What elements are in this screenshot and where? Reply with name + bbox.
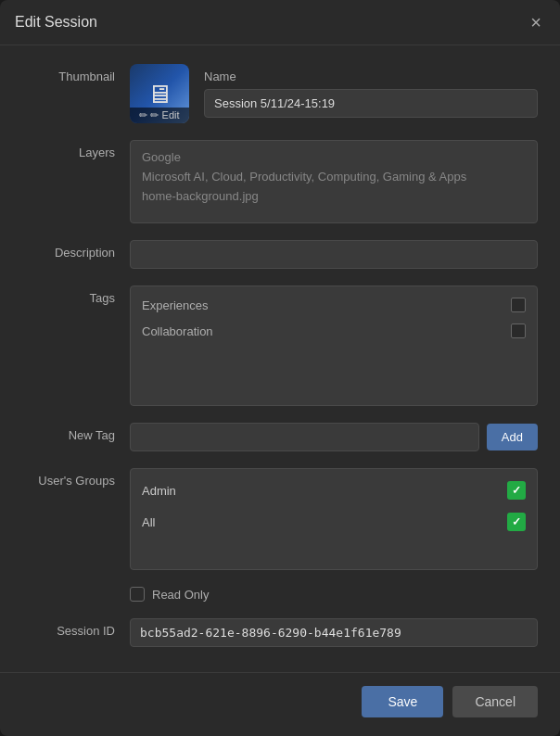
layer-item-0: Google: [142, 150, 526, 164]
layer-item-1: Microsoft AI, Cloud, Productivity, Compu…: [142, 170, 526, 184]
name-input-column: Name: [204, 70, 538, 118]
dialog-footer: Save Cancel: [0, 672, 560, 736]
tags-box: Experiences Collaboration: [130, 286, 538, 406]
thumbnail-icon: 🖥: [146, 79, 172, 109]
layers-label: Layers: [22, 140, 115, 159]
description-input[interactable]: [130, 240, 538, 269]
thumbnail-image: 🖥 ✏ ✏ Edit: [130, 64, 189, 123]
cancel-button[interactable]: Cancel: [452, 686, 538, 717]
tags-row: Tags Experiences Collaboration: [22, 286, 538, 406]
session-id-content: [130, 618, 538, 647]
thumbnail-name-content: 🖥 ✏ ✏ Edit Name: [130, 64, 538, 123]
dialog-header: Edit Session ×: [0, 0, 560, 45]
group-label-0: Admin: [142, 484, 176, 498]
session-id-row: Session ID: [22, 618, 538, 647]
thumbnail-edit-bar[interactable]: ✏ ✏ Edit: [130, 108, 189, 123]
tag-checkbox-0[interactable]: [511, 298, 526, 312]
tag-checkbox-1[interactable]: [511, 324, 526, 338]
close-button[interactable]: ×: [527, 11, 545, 33]
group-label-1: All: [142, 515, 155, 529]
group-item-0: Admin: [140, 476, 528, 504]
tag-item-1: Collaboration: [140, 320, 528, 342]
layers-row: Layers Google Microsoft AI, Cloud, Produ…: [22, 140, 538, 223]
tags-label: Tags: [22, 286, 115, 305]
edit-icon: ✏: [139, 109, 147, 121]
tags-content: Experiences Collaboration: [130, 286, 538, 406]
dialog-title: Edit Session: [15, 14, 97, 31]
description-label: Description: [22, 240, 115, 260]
group-checkbox-0[interactable]: [507, 481, 526, 500]
name-input[interactable]: [204, 89, 538, 118]
dialog-body: Thumbnail 🖥 ✏ ✏ Edit Name Layers: [0, 45, 560, 672]
group-item-1: All: [140, 508, 528, 536]
groups-content: Admin All: [130, 468, 538, 570]
layer-item-2: home-background.jpg: [142, 189, 526, 203]
session-id-input[interactable]: [130, 618, 538, 647]
edit-label: ✏ Edit: [150, 109, 179, 121]
groups-row: User's Groups Admin All: [22, 468, 538, 570]
readonly-checkbox[interactable]: [130, 587, 145, 602]
thumbnail-label: Thumbnail: [22, 64, 115, 83]
edit-session-dialog: Edit Session × Thumbnail 🖥 ✏ ✏ Edit Name: [0, 0, 560, 736]
layers-content: Google Microsoft AI, Cloud, Productivity…: [130, 140, 538, 223]
tag-item-0: Experiences: [140, 294, 528, 316]
name-field-label: Name: [204, 70, 538, 83]
new-tag-label: New Tag: [22, 423, 115, 442]
new-tag-content: Add: [130, 423, 538, 451]
tag-label-1: Collaboration: [142, 324, 213, 338]
groups-label: User's Groups: [22, 468, 115, 488]
description-row: Description: [22, 240, 538, 269]
session-id-label: Session ID: [22, 618, 115, 638]
add-tag-button[interactable]: Add: [487, 424, 538, 450]
thumbnail-name-row: Thumbnail 🖥 ✏ ✏ Edit Name: [22, 64, 538, 123]
groups-box: Admin All: [130, 468, 538, 570]
new-tag-input[interactable]: [130, 423, 479, 451]
tag-label-0: Experiences: [142, 298, 209, 312]
readonly-row: Read Only: [22, 587, 538, 602]
description-content: [130, 240, 538, 269]
layers-box: Google Microsoft AI, Cloud, Productivity…: [130, 140, 538, 223]
save-button[interactable]: Save: [362, 686, 443, 717]
group-checkbox-1[interactable]: [507, 513, 526, 531]
readonly-label: Read Only: [152, 588, 209, 602]
new-tag-row: New Tag Add: [22, 423, 538, 451]
new-tag-input-row: Add: [130, 423, 538, 451]
